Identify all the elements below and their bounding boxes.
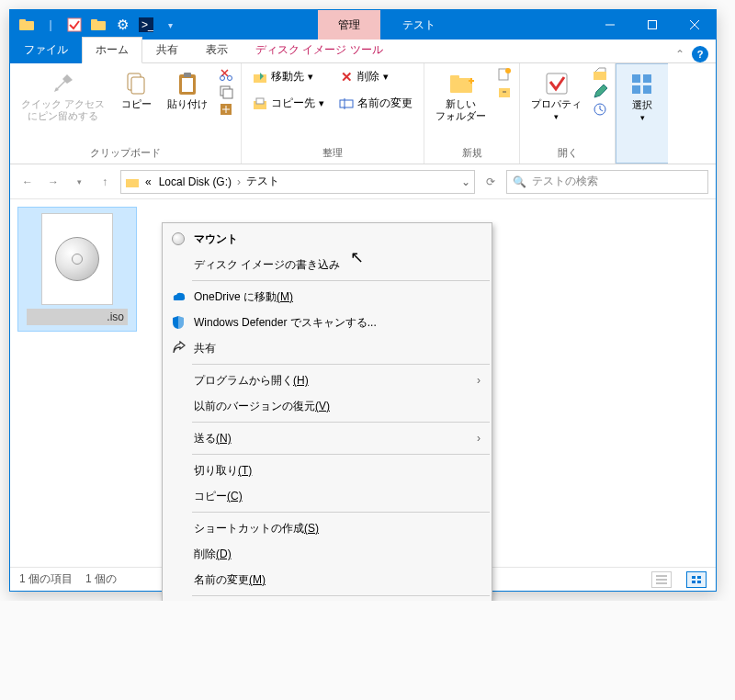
- cm-sendto[interactable]: 送る(N) ›: [163, 425, 492, 451]
- recent-dropdown[interactable]: ▾: [69, 172, 89, 192]
- edit-icon[interactable]: [593, 85, 607, 99]
- moveto-button[interactable]: 移動先 ▾: [249, 67, 328, 86]
- explorer-window: | ⚙ >_ ▾ 管理 テスト ファイル ホーム 共有 表示 ディスク イメージ…: [9, 9, 717, 592]
- svg-rect-8: [649, 21, 657, 29]
- cm-defender[interactable]: Windows Defender でスキャンする...: [163, 310, 492, 335]
- cm-share[interactable]: 共有: [163, 335, 492, 361]
- folder-icon[interactable]: [89, 16, 107, 34]
- cm-mount[interactable]: マウント: [163, 226, 492, 252]
- select-icon: [629, 72, 655, 97]
- paste-shortcut-icon[interactable]: [219, 102, 233, 117]
- gear-icon[interactable]: ⚙: [113, 16, 131, 34]
- minimize-button[interactable]: [589, 10, 631, 40]
- pin-button[interactable]: クイック アクセス にピン留めする: [17, 67, 108, 126]
- cut-icon[interactable]: [219, 67, 233, 82]
- tab-home[interactable]: ホーム: [82, 37, 142, 63]
- cm-properties[interactable]: プロパティ(R): [163, 599, 492, 601]
- maximize-button[interactable]: [631, 10, 673, 40]
- tab-view[interactable]: 表示: [192, 37, 242, 63]
- titlebar: | ⚙ >_ ▾ 管理 テスト: [10, 10, 716, 40]
- address-box[interactable]: « Local Disk (G:) › テスト ⌄: [120, 170, 475, 194]
- search-box[interactable]: 🔍 テストの検索: [506, 170, 708, 194]
- cm-shortcut[interactable]: ショートカットの作成(S): [163, 515, 492, 541]
- svg-rect-44: [692, 581, 695, 583]
- group-label: 新規: [432, 144, 512, 162]
- search-icon: 🔍: [513, 175, 526, 188]
- file-name: .iso: [27, 309, 128, 325]
- forward-button[interactable]: →: [43, 172, 63, 192]
- svg-rect-23: [256, 98, 264, 104]
- group-clipboard: クイック アクセス にピン留めする コピー 貼り付け クリップボード: [10, 63, 242, 164]
- chevron-right-icon: ›: [477, 374, 481, 387]
- refresh-button[interactable]: ⟳: [481, 172, 501, 192]
- paste-button[interactable]: 貼り付け: [164, 67, 211, 114]
- chevron-right-icon: ›: [477, 432, 481, 445]
- group-label: 開く: [527, 144, 607, 162]
- svg-rect-1: [19, 19, 26, 23]
- group-label: 整理: [249, 144, 416, 162]
- delete-button[interactable]: ✕削除 ▾: [335, 67, 416, 86]
- select-button[interactable]: 選択 ▾: [622, 68, 662, 127]
- file-item[interactable]: .iso: [17, 207, 137, 332]
- svg-rect-15: [184, 73, 191, 77]
- new-item-icon[interactable]: [497, 67, 512, 82]
- qat-dropdown-icon[interactable]: ▾: [161, 16, 179, 34]
- tab-file[interactable]: ファイル: [10, 37, 82, 63]
- easy-access-icon[interactable]: [497, 85, 512, 99]
- shield-icon: [170, 314, 187, 331]
- group-label: クリップボード: [17, 144, 233, 162]
- back-button[interactable]: ←: [17, 172, 38, 192]
- ribbon: クイック アクセス にピン留めする コピー 貼り付け クリップボード: [10, 63, 716, 164]
- svg-rect-31: [547, 73, 567, 94]
- properties-button[interactable]: プロパティ ▾: [527, 67, 585, 126]
- copy-icon: [123, 71, 149, 96]
- history-icon[interactable]: [593, 102, 607, 117]
- crumb-folder[interactable]: テスト: [244, 174, 281, 189]
- status-selected: 1 個の: [85, 571, 117, 587]
- details-view-button[interactable]: [651, 571, 672, 588]
- address-dropdown-icon[interactable]: ⌄: [461, 175, 470, 188]
- cm-copy[interactable]: コピー(C): [163, 483, 492, 509]
- svg-rect-35: [643, 74, 651, 83]
- copy-button[interactable]: コピー: [116, 67, 156, 114]
- ribbon-tabs: ファイル ホーム 共有 表示 ディスク イメージ ツール ⌃ ?: [10, 40, 716, 63]
- crumb-separator: ›: [237, 175, 241, 188]
- copyto-button[interactable]: コピー先 ▾: [249, 94, 328, 113]
- cm-delete[interactable]: 削除(D): [163, 541, 492, 567]
- svg-text:>_: >_: [141, 18, 153, 31]
- svg-rect-38: [126, 179, 139, 187]
- rename-button[interactable]: 名前の変更: [335, 94, 416, 113]
- copy-path-icon[interactable]: [219, 85, 233, 99]
- quick-access-toolbar: | ⚙ >_ ▾: [10, 16, 187, 34]
- open-icon[interactable]: [593, 67, 607, 82]
- cm-prevversions[interactable]: 以前のバージョンの復元(V): [163, 393, 492, 419]
- new-folder-button[interactable]: 新しい フォルダー: [432, 67, 490, 126]
- svg-rect-42: [692, 576, 695, 579]
- up-button[interactable]: ↑: [95, 172, 115, 192]
- cm-cut[interactable]: 切り取り(T): [163, 457, 492, 483]
- svg-rect-24: [340, 100, 353, 107]
- cm-rename[interactable]: 名前の変更(M): [163, 567, 492, 593]
- help-icon[interactable]: ?: [692, 46, 708, 62]
- context-menu: マウント ディスク イメージの書き込み OneDrive に移動(M) Wind…: [162, 222, 492, 601]
- checkbox-icon[interactable]: [65, 16, 84, 34]
- cursor-icon: ↖: [350, 247, 364, 267]
- tab-share[interactable]: 共有: [142, 37, 192, 63]
- search-placeholder: テストの検索: [532, 174, 598, 189]
- close-button[interactable]: [673, 10, 716, 40]
- crumb-disk[interactable]: Local Disk (G:): [157, 175, 233, 188]
- paste-icon: [175, 71, 200, 96]
- cm-burn[interactable]: ディスク イメージの書き込み: [163, 252, 492, 277]
- cm-openwith[interactable]: プログラムから開く(H) ›: [163, 367, 492, 393]
- tab-disk-image-tools[interactable]: ディスク イメージ ツール: [242, 37, 397, 63]
- powershell-icon[interactable]: >_: [137, 16, 155, 34]
- file-list[interactable]: .iso マウント ディスク イメージの書き込み OneDrive に移動(M)…: [10, 199, 716, 567]
- svg-point-16: [220, 76, 225, 81]
- icons-view-button[interactable]: [686, 571, 707, 588]
- new-folder-icon: [448, 71, 474, 96]
- collapse-ribbon-icon[interactable]: ⌃: [675, 48, 684, 61]
- share-icon: [170, 340, 187, 356]
- svg-rect-43: [697, 576, 701, 579]
- cm-onedrive[interactable]: OneDrive に移動(M): [163, 284, 492, 310]
- properties-icon: [544, 71, 570, 96]
